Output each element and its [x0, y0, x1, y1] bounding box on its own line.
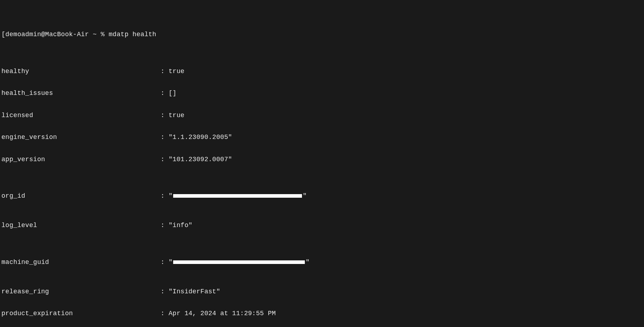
- row-org-id: org_id: " ": [1, 192, 643, 200]
- value: "InsiderFast": [169, 288, 220, 295]
- key: release_ring: [1, 288, 161, 295]
- key: engine_version: [1, 134, 161, 141]
- shell-prompt: [demoadmin@MacBook-Air ~ %: [1, 31, 109, 38]
- row-engine-version: engine_version: "1.1.23090.2005": [1, 134, 643, 141]
- key: licensed: [1, 112, 161, 119]
- value: "info": [169, 222, 192, 229]
- key: product_expiration: [1, 310, 161, 317]
- prompt-line: [demoadmin@MacBook-Air ~ % mdatp health: [1, 31, 643, 38]
- row-health-issues: health_issues: []: [1, 90, 643, 97]
- value: true: [169, 68, 184, 75]
- value: " ": [169, 259, 309, 266]
- value: []: [169, 90, 176, 97]
- row-machine-guid: machine_guid: " ": [1, 259, 643, 266]
- quote-open: ": [169, 259, 172, 266]
- key: health_issues: [1, 90, 161, 97]
- redacted-bar: [173, 260, 305, 264]
- key: org_id: [1, 192, 161, 200]
- key: machine_guid: [1, 259, 161, 266]
- key: app_version: [1, 156, 161, 163]
- redacted-bar: [173, 194, 302, 198]
- quote-close: ": [303, 192, 307, 200]
- value: "101.23092.0007": [169, 156, 232, 163]
- row-healthy: healthy: true: [1, 68, 643, 75]
- row-release-ring: release_ring: "InsiderFast": [1, 288, 643, 295]
- row-product-expiration: product_expiration: Apr 14, 2024 at 11:2…: [1, 310, 643, 317]
- colon: :: [161, 68, 169, 75]
- value: "1.1.23090.2005": [169, 134, 232, 141]
- row-app-version: app_version: "101.23092.0007": [1, 156, 643, 163]
- key: healthy: [1, 68, 161, 75]
- terminal-output[interactable]: [demoadmin@MacBook-Air ~ % mdatp health …: [0, 0, 644, 327]
- key: log_level: [1, 222, 161, 229]
- row-log-level: log_level: "info": [1, 222, 643, 229]
- value: Apr 14, 2024 at 11:29:55 PM: [169, 310, 276, 317]
- command-text: mdatp health: [109, 31, 156, 38]
- quote-close: ": [306, 259, 309, 266]
- row-licensed: licensed: true: [1, 112, 643, 119]
- quote-open: ": [169, 192, 172, 200]
- value: " ": [169, 192, 307, 200]
- value: true: [169, 112, 184, 119]
